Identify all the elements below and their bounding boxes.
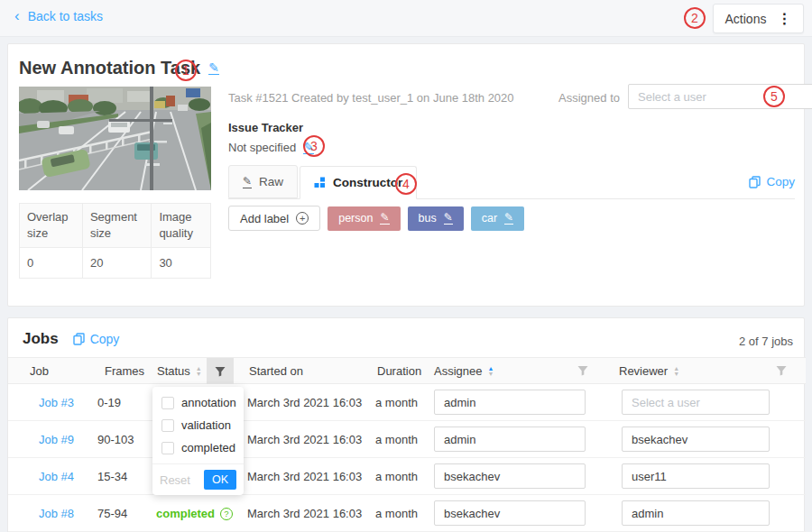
assignee-sort-icon[interactable]: ▲▼ — [487, 366, 494, 377]
job-row-8: Job #8 75-94 completed ? March 3rd 2021 … — [8, 495, 806, 532]
task-preview-image — [19, 87, 211, 190]
annotation-checkbox[interactable] — [161, 397, 174, 409]
col-status-label: Status — [157, 364, 190, 378]
completed-checkbox[interactable] — [161, 442, 174, 454]
job-9-assignee-input[interactable] — [434, 427, 586, 452]
labels-copy-label: Copy — [766, 175, 795, 188]
tab-raw[interactable]: ✎ Raw — [228, 165, 298, 198]
assignee-filter-button[interactable] — [577, 365, 588, 379]
job-8-status-text: completed — [156, 507, 215, 520]
param-value-quality: 30 — [152, 248, 211, 279]
job-row-3: Job #3 0-19 March 3rd 2021 16:03 a month — [8, 384, 806, 421]
annotation-mark-4: 4 — [395, 173, 417, 195]
question-circle-icon[interactable]: ? — [220, 508, 233, 520]
task-params-table: Overlap size Segment size Image quality … — [19, 203, 211, 279]
annotation-mark-5: 5 — [763, 86, 785, 107]
jobs-header-row: Jobs Copy — [23, 330, 119, 348]
block-icon — [314, 177, 326, 188]
add-label-button[interactable]: Add label + — [228, 206, 320, 231]
label-chip-person-text: person — [338, 212, 373, 225]
labels-row: Add label + person ✎ bus ✎ car ✎ — [228, 206, 524, 231]
job-8-assignee-input[interactable] — [434, 500, 586, 526]
filter-reset-button[interactable]: Reset — [160, 473, 190, 487]
job-3-assignee-input[interactable] — [434, 390, 586, 415]
back-label: Back to tasks — [28, 9, 103, 23]
col-status[interactable]: Status ▲▼ — [157, 364, 202, 378]
job-3-reviewer-input[interactable] — [622, 390, 770, 415]
job-8-frames: 75-94 — [97, 507, 127, 520]
param-header-quality: Image quality — [152, 204, 211, 248]
job-3-started: March 3rd 2021 16:03 — [247, 396, 362, 409]
actions-label: Actions — [725, 12, 767, 26]
job-4-reviewer-input[interactable] — [622, 463, 770, 489]
actions-button[interactable]: Actions ⋮ — [713, 4, 804, 33]
job-3-link[interactable]: Job #3 — [39, 396, 74, 409]
jobs-copy-label: Copy — [90, 332, 120, 346]
job-8-status: completed ? — [156, 507, 233, 520]
annotation-mark-3: 3 — [303, 135, 325, 157]
job-4-duration: a month — [375, 470, 418, 483]
jobs-title: Jobs — [23, 330, 59, 348]
status-sort-icon[interactable]: ▲▼ — [196, 366, 202, 377]
edit-title-icon[interactable]: ✎ — [208, 62, 219, 75]
jobs-copy-link[interactable]: Copy — [73, 332, 120, 346]
filter-icon — [776, 365, 787, 376]
label-chip-person[interactable]: person ✎ — [328, 206, 400, 231]
status-filter-button[interactable] — [207, 358, 234, 384]
issue-tracker-label: Issue Tracker — [228, 121, 303, 134]
validation-option-label: validation — [181, 418, 231, 432]
job-4-frames: 15-34 — [97, 470, 127, 483]
jobs-table-header: Job Frames Status ▲▼ Started on Duration… — [8, 357, 806, 384]
issue-tracker-value: Not specified — [228, 141, 296, 154]
job-3-duration: a month — [375, 396, 418, 409]
edit-label-car-icon[interactable]: ✎ — [504, 212, 513, 225]
col-assignee-label: Assignee — [434, 364, 482, 378]
col-assignee[interactable]: Assignee ▲▼ — [434, 364, 494, 378]
filter-footer: Reset OK — [152, 463, 244, 495]
job-row-4: Job #4 15-34 March 3rd 2021 16:03 a mont… — [8, 458, 806, 495]
job-4-link[interactable]: Job #4 — [39, 470, 74, 483]
edit-label-person-icon[interactable]: ✎ — [380, 212, 389, 225]
job-9-link[interactable]: Job #9 — [39, 433, 74, 446]
assigned-to-label: Assigned to — [546, 91, 620, 105]
filter-icon — [577, 365, 588, 376]
label-chip-car[interactable]: car ✎ — [471, 206, 524, 231]
job-4-assignee-input[interactable] — [434, 463, 586, 489]
labels-copy-link[interactable]: Copy — [749, 175, 795, 188]
filter-option-annotation[interactable]: annotation — [152, 391, 244, 414]
job-8-link[interactable]: Job #8 — [39, 507, 74, 520]
back-to-tasks-link[interactable]: ‹ Back to tasks — [14, 9, 103, 23]
param-value-overlap: 0 — [20, 248, 83, 279]
col-started: Started on — [249, 364, 303, 378]
filter-option-completed[interactable]: completed — [152, 436, 244, 459]
filter-ok-button[interactable]: OK — [204, 470, 236, 490]
col-reviewer[interactable]: Reviewer ▲▼ — [619, 364, 679, 378]
reviewer-sort-icon[interactable]: ▲▼ — [673, 366, 679, 377]
topbar: ‹ Back to tasks 2 Actions ⋮ — [0, 0, 812, 37]
filter-option-validation[interactable]: validation — [152, 414, 244, 436]
col-frames: Frames — [105, 364, 144, 378]
annotation-mark-1: 1 — [175, 60, 197, 81]
edit-label-bus-icon[interactable]: ✎ — [444, 212, 453, 225]
raw-tab-label: Raw — [259, 175, 283, 188]
plus-circle-icon: + — [296, 212, 309, 225]
completed-option-label: completed — [181, 441, 235, 454]
label-chip-bus-text: bus — [419, 212, 437, 225]
reviewer-filter-button[interactable] — [776, 365, 787, 379]
col-duration: Duration — [377, 364, 421, 378]
job-9-duration: a month — [375, 433, 418, 446]
job-9-reviewer-input[interactable] — [622, 427, 770, 452]
jobs-card: Jobs Copy 2 of 7 jobs Job Frames Status … — [7, 317, 805, 532]
annotation-mark-2: 2 — [684, 7, 706, 29]
validation-checkbox[interactable] — [161, 419, 174, 432]
more-icon: ⋮ — [777, 10, 791, 27]
job-9-frames: 90-103 — [97, 433, 134, 446]
job-8-started: March 3rd 2021 16:03 — [247, 507, 362, 520]
raw-tab-icon: ✎ — [243, 176, 252, 188]
back-arrow-icon: ‹ — [14, 10, 20, 23]
job-9-started: March 3rd 2021 16:03 — [247, 433, 362, 446]
task-details-page: ‹ Back to tasks 2 Actions ⋮ New Annotati… — [0, 0, 812, 532]
jobs-count: 2 of 7 jobs — [739, 335, 793, 348]
job-8-reviewer-input[interactable] — [622, 500, 770, 526]
label-chip-bus[interactable]: bus ✎ — [408, 206, 464, 231]
